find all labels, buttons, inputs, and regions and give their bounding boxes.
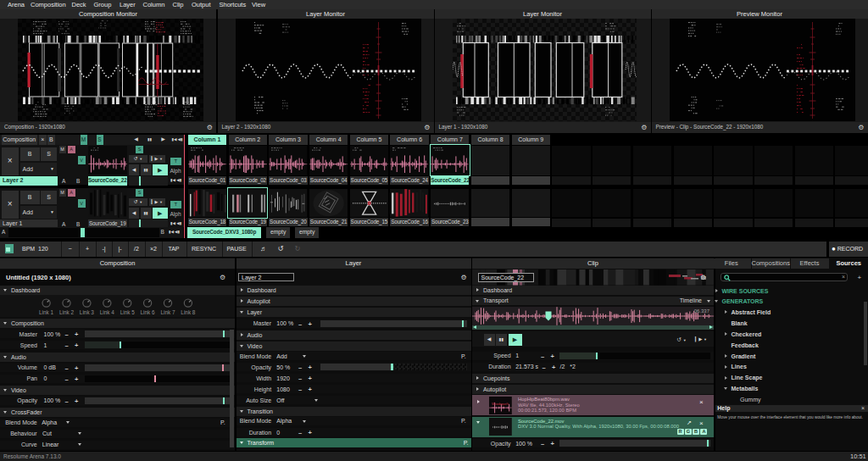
svg-text:Link 2: Link 2	[59, 309, 74, 315]
svg-text:Link 3: Link 3	[80, 309, 94, 315]
svg-text:Link 8: Link 8	[181, 309, 195, 315]
svg-text:Link 5: Link 5	[120, 309, 135, 315]
svg-text:Link 7: Link 7	[160, 309, 175, 315]
svg-text:Link 1: Link 1	[39, 309, 53, 315]
svg-text:Link 4: Link 4	[100, 309, 114, 315]
svg-text:Link 6: Link 6	[141, 309, 155, 315]
svg-text:06.337: 06.337	[694, 308, 710, 314]
